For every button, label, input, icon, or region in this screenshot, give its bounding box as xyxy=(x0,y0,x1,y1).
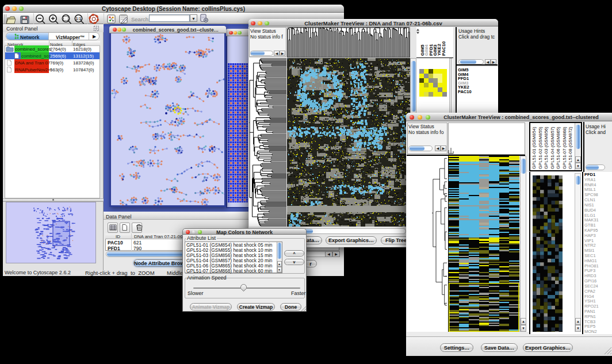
svg-text:GPL51-04 (GSM857): GPL51-04 (GSM857) xyxy=(550,127,555,169)
svg-text:GPL51-06 (GSM865): GPL51-06 (GSM865) xyxy=(556,127,561,169)
svg-text:GPL51-02 (GSM855): GPL51-02 (GSM855) xyxy=(538,127,543,169)
svg-text:GPL51-08 (GSM872): GPL51-08 (GSM872) xyxy=(568,127,573,169)
svg-text:GPL51-07 (GSM868): GPL51-07 (GSM868) xyxy=(562,127,567,169)
svg-text:GPL51-03 (GSM856): GPL51-03 (GSM856) xyxy=(544,127,549,169)
svg-text:PAC10: PAC10 xyxy=(441,41,446,56)
svg-text:1:1: 1:1 xyxy=(76,17,82,21)
svg-text:GPL51-01 (GSM854): GPL51-01 (GSM854) xyxy=(531,127,537,169)
